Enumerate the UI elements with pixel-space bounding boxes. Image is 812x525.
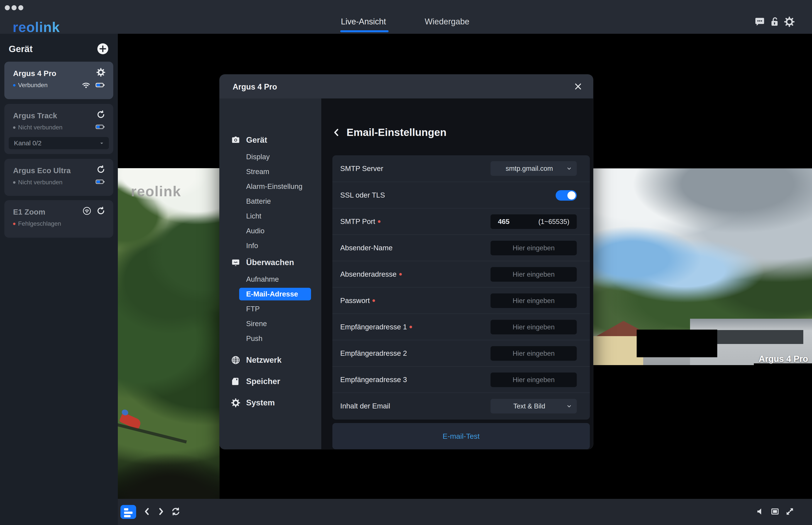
email-content-dropdown[interactable]: Text & Bild bbox=[491, 399, 577, 414]
field-label: Passwort bbox=[340, 287, 375, 314]
nav-item-stream[interactable]: Stream bbox=[220, 164, 321, 179]
nav-item-sirene[interactable]: Sirene bbox=[220, 316, 321, 331]
absenderadresse-input[interactable] bbox=[491, 267, 577, 282]
smtp-server-dropdown[interactable]: smtp.gmail.com bbox=[491, 161, 577, 176]
email-settings-panel: Email-Einstellungen SMTP Server smtp.gma… bbox=[321, 99, 593, 449]
required-dot bbox=[399, 273, 402, 275]
nav-item-display[interactable]: Display bbox=[220, 149, 321, 164]
modal-header: Argus 4 Pro bbox=[220, 75, 593, 99]
field-label: Empfängeradresse 2 bbox=[340, 340, 407, 366]
nav-item-info[interactable]: Info bbox=[220, 238, 321, 253]
form-row-empfaenger-2: Empfängeradresse 2 bbox=[332, 340, 590, 366]
required-dot bbox=[373, 299, 375, 302]
form-row-empfaenger-3: Empfängeradresse 3 bbox=[332, 366, 590, 392]
field-label: SMTP Port bbox=[340, 209, 380, 235]
modal-title: Argus 4 Pro bbox=[232, 82, 277, 91]
form-row-smtp-server: SMTP Server smtp.gmail.com bbox=[332, 155, 590, 182]
form-row-passwort: Passwort bbox=[332, 287, 590, 314]
nav-section-netzwerk[interactable]: Netzwerk bbox=[220, 351, 321, 370]
required-dot bbox=[378, 220, 380, 223]
ssl-toggle[interactable] bbox=[556, 190, 577, 201]
field-label: Empfängeradresse 3 bbox=[340, 366, 407, 392]
sd-card-icon bbox=[231, 377, 240, 386]
device-settings-modal: Argus 4 Pro Gerät Display Stream Alarm-E… bbox=[220, 75, 593, 449]
form-row-ssl: SSL oder TLS bbox=[332, 182, 590, 208]
close-icon[interactable] bbox=[573, 81, 583, 91]
field-label: Empfängeradresse 1 bbox=[340, 314, 412, 340]
field-label: Inhalt der Email bbox=[340, 393, 390, 419]
monitor-icon bbox=[231, 258, 240, 267]
nav-item-ftp[interactable]: FTP bbox=[220, 301, 321, 316]
gear-icon bbox=[231, 398, 240, 408]
form-row-absenderadresse: Absenderadresse bbox=[332, 261, 590, 287]
nav-section-system[interactable]: System bbox=[220, 393, 321, 412]
form-row-smtp-port: SMTP Port 465 (1~65535) bbox=[332, 208, 590, 235]
nav-section-speicher[interactable]: Speicher bbox=[220, 372, 321, 391]
field-label: Absender-Name bbox=[340, 235, 392, 261]
page-title: Email-Einstellungen bbox=[347, 126, 447, 138]
passwort-input[interactable] bbox=[491, 294, 577, 308]
back-icon[interactable] bbox=[332, 128, 341, 137]
field-label: SSL oder TLS bbox=[340, 182, 385, 208]
nav-item-push[interactable]: Push bbox=[220, 331, 321, 346]
nav-section-ueberwachen[interactable]: Überwachen bbox=[220, 253, 321, 272]
modal-overlay: Argus 4 Pro Gerät Display Stream Alarm-E… bbox=[0, 0, 812, 525]
nav-item-licht[interactable]: Licht bbox=[220, 209, 321, 224]
chevron-down-icon bbox=[566, 403, 572, 409]
empfaengeradresse-1-input[interactable] bbox=[491, 320, 577, 334]
field-label: Absenderadresse bbox=[340, 261, 402, 287]
globe-icon bbox=[231, 355, 240, 365]
form-row-empfaenger-1: Empfängeradresse 1 bbox=[332, 314, 590, 340]
chevron-down-icon bbox=[566, 166, 572, 171]
nav-item-audio[interactable]: Audio bbox=[220, 224, 321, 238]
email-test-button[interactable]: E-mail-Test bbox=[332, 423, 590, 449]
absender-name-input[interactable] bbox=[491, 241, 577, 255]
form-row-absender-name: Absender-Name bbox=[332, 235, 590, 261]
nav-item-batterie[interactable]: Batterie bbox=[220, 194, 321, 209]
email-settings-form: SMTP Server smtp.gmail.com SSL oder TLS … bbox=[332, 155, 590, 420]
empfaengeradresse-3-input[interactable] bbox=[491, 373, 577, 387]
nav-section-geraet[interactable]: Gerät bbox=[220, 131, 321, 149]
settings-nav: Gerät Display Stream Alarm-Einstellung B… bbox=[220, 99, 321, 449]
empfaengeradresse-2-input[interactable] bbox=[491, 346, 577, 361]
nav-item-aufnahme[interactable]: Aufnahme bbox=[220, 272, 321, 287]
smtp-port-input[interactable]: 465 (1~65535) bbox=[491, 214, 577, 229]
nav-item-email-adresse[interactable]: E-Mail-Adresse bbox=[220, 287, 321, 301]
form-row-inhalt: Inhalt der Email Text & Bild bbox=[332, 392, 590, 419]
camera-icon bbox=[231, 135, 240, 145]
field-label: SMTP Server bbox=[340, 155, 383, 182]
required-dot bbox=[409, 326, 412, 328]
nav-item-alarm[interactable]: Alarm-Einstellung bbox=[220, 179, 321, 194]
